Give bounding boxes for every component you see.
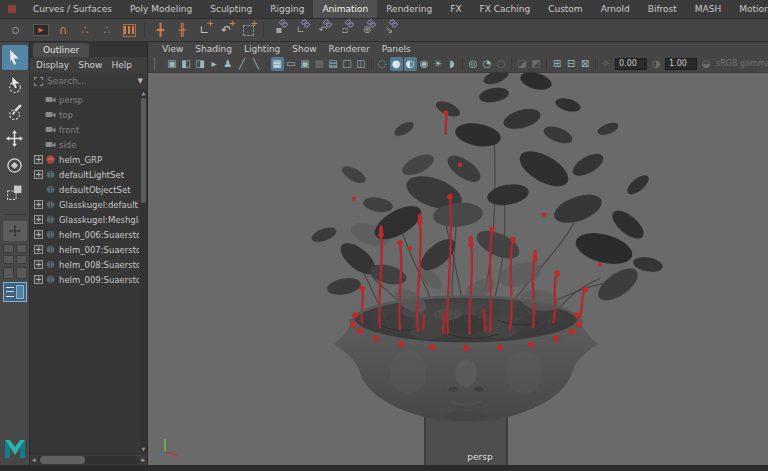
expand-plus-icon[interactable]: +	[34, 275, 43, 284]
outliner-search[interactable]: Search... ▼	[30, 73, 147, 90]
outliner-persp-layout-button[interactable]	[3, 282, 27, 302]
image-plane-icon[interactable]: ♟	[222, 57, 235, 71]
outliner-item[interactable]: persp	[34, 92, 139, 107]
camera-icon[interactable]: ▣	[166, 57, 179, 71]
scroll-down-icon[interactable]: ▼	[142, 446, 146, 453]
anti-alias-icon[interactable]: ○	[495, 57, 508, 71]
shadows-icon[interactable]: ◗	[446, 57, 459, 71]
search-options-caret-icon[interactable]: ▼	[138, 77, 143, 85]
outliner-menu-show[interactable]: Show	[78, 60, 102, 70]
outliner-item[interactable]: +helm_007:Suaerstoffmaske_	[34, 242, 139, 257]
cluster-icon[interactable]: ∴	[75, 20, 95, 40]
tab-animation[interactable]: Animation	[313, 0, 377, 18]
hscroll-track[interactable]	[38, 456, 140, 464]
outliner-item[interactable]: +helm_008:Suaerstoffmaske_	[34, 257, 139, 272]
workspace-icon[interactable]	[8, 5, 16, 13]
anim-curve-icon[interactable]: ∩	[53, 20, 73, 40]
viewport-canvas[interactable]: persp	[148, 73, 768, 465]
scale-constraint-icon[interactable]: ▫	[335, 20, 355, 40]
tab-motion-graphics[interactable]: Motion Graphics	[730, 0, 768, 18]
gamma-icon[interactable]: ◑	[650, 57, 663, 71]
expand-plus-icon[interactable]: +	[34, 200, 43, 209]
tab-rendering[interactable]: Rendering	[377, 0, 441, 18]
camera-select-icon[interactable]: ◧	[180, 57, 193, 71]
move-tool[interactable]	[2, 126, 28, 151]
graph-editor-icon[interactable]	[119, 20, 139, 40]
lasso-select-tool[interactable]	[2, 72, 28, 97]
outliner-item[interactable]: +defaultLightSet	[34, 167, 139, 182]
scroll-up-icon[interactable]: ▲	[142, 90, 146, 97]
bookmark-icon[interactable]: ▸	[208, 57, 221, 71]
snapshot-icon[interactable]: ⊠	[579, 57, 592, 71]
gamma-value-field[interactable]: 1.00	[665, 58, 697, 70]
outliner-vscrollbar[interactable]: ▲ ▼	[140, 90, 147, 453]
viewport-menu-renderer[interactable]: Renderer	[323, 44, 376, 54]
viewport-menu-shading[interactable]: Shading	[189, 44, 238, 54]
safe-action-icon[interactable]: □	[341, 57, 354, 71]
textured-icon[interactable]: ◐	[404, 57, 417, 71]
camera-attributes-icon[interactable]: ◨	[194, 57, 207, 71]
outliner-hscrollbar[interactable]: ◂ ▸	[30, 453, 147, 465]
cluster-dim-icon[interactable]: ∴	[97, 20, 117, 40]
expand-plus-icon[interactable]: +	[34, 215, 43, 224]
select-tool[interactable]	[2, 45, 28, 70]
expand-plus-icon[interactable]: +	[34, 155, 43, 164]
grease-pencil-icon[interactable]: ╲	[250, 57, 263, 71]
exposure-value-field[interactable]: 0.00	[615, 58, 647, 70]
set-key-rotate-icon[interactable]: ↶+	[216, 20, 236, 40]
playblast-icon[interactable]: ▶	[31, 20, 51, 40]
outliner-item[interactable]: top	[34, 107, 139, 122]
paint-effects-icon[interactable]: ◩	[530, 57, 543, 71]
isolate-select-icon[interactable]: ◪	[516, 57, 529, 71]
layer-merge-icon[interactable]: ⊟	[565, 57, 578, 71]
outliner-item[interactable]: +Glasskugel:default1	[34, 197, 139, 212]
scale-tool[interactable]	[2, 180, 28, 205]
tab-curves-surfaces[interactable]: Curves / Surfaces	[24, 0, 121, 18]
field-chart-icon[interactable]: ▤	[327, 57, 340, 71]
outliner-item[interactable]: defaultObjectSet	[34, 182, 139, 197]
film-gate-icon[interactable]: ▭	[285, 57, 298, 71]
outliner-menu-display[interactable]: Display	[36, 60, 69, 70]
expand-plus-icon[interactable]: +	[34, 170, 43, 179]
paint-select-tool[interactable]	[2, 99, 28, 124]
outliner-item[interactable]: +helm_006:Suaerstoffmaske_	[34, 227, 139, 242]
viewport-menu-lighting[interactable]: Lighting	[238, 44, 286, 54]
default-lighting-icon[interactable]: ☀	[432, 57, 445, 71]
shaded-icon[interactable]: ●	[390, 57, 403, 71]
tab-fx-caching[interactable]: FX Caching	[471, 0, 540, 18]
tab-poly-modeling[interactable]: Poly Modeling	[121, 0, 201, 18]
pole-vector-constraint-icon[interactable]: ↘	[379, 20, 399, 40]
set-inbetween-icon[interactable]: ╫	[172, 20, 192, 40]
two-pane-layout-button[interactable]	[3, 267, 27, 279]
search-filter-icon[interactable]	[34, 77, 43, 86]
shelf-tab-selector-icon[interactable]	[12, 27, 19, 34]
search-input[interactable]: Search...	[47, 76, 134, 86]
tab-sculpting[interactable]: Sculpting	[201, 0, 261, 18]
tab-fx[interactable]: FX	[441, 0, 470, 18]
scroll-left-icon[interactable]: ◂	[32, 455, 36, 465]
vscroll-thumb[interactable]	[141, 98, 146, 203]
outliner-item[interactable]: front	[34, 122, 139, 137]
orient-constraint-icon[interactable]: ↶	[313, 20, 333, 40]
tab-arnold[interactable]: Arnold	[592, 0, 639, 18]
set-key-translate-icon[interactable]: ∟+	[194, 20, 214, 40]
outliner-menu-help[interactable]: Help	[111, 60, 132, 70]
wireframe-icon[interactable]: ◌	[376, 57, 389, 71]
outliner-item[interactable]: +helm_GRP	[34, 152, 139, 167]
parent-constraint-icon[interactable]: ▪	[269, 20, 289, 40]
rotate-tool[interactable]	[2, 153, 28, 178]
pan-zoom-icon[interactable]: ╱	[236, 57, 249, 71]
four-pane-layout-button[interactable]	[3, 244, 27, 264]
expand-plus-icon[interactable]: +	[34, 245, 43, 254]
viewport-menu-show[interactable]: Show	[286, 44, 322, 54]
outliner-item[interactable]: side	[34, 137, 139, 152]
wireframe-on-shaded-icon[interactable]: ◉	[418, 57, 431, 71]
expand-plus-icon[interactable]: +	[34, 260, 43, 269]
layer-overlay-icon[interactable]: ⊞	[551, 57, 564, 71]
occlusion-icon[interactable]: ◎	[467, 57, 480, 71]
viewport-menu-view[interactable]: View	[156, 44, 189, 54]
tab-mash[interactable]: MASH	[686, 0, 730, 18]
panel-grip-icon[interactable]: ▏	[152, 57, 165, 71]
tab-custom[interactable]: Custom	[539, 0, 591, 18]
exposure-icon[interactable]: ☼	[600, 57, 613, 71]
